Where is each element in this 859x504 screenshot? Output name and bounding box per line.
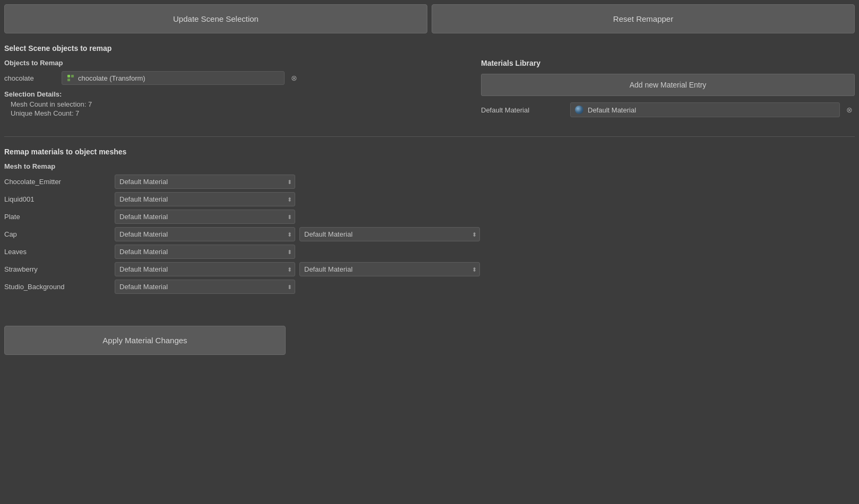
add-material-button[interactable]: Add new Material Entry <box>481 74 855 96</box>
material-select-slot2[interactable]: Default Material <box>299 227 480 241</box>
mesh-to-remap-title: Mesh to Remap <box>4 162 855 170</box>
divider <box>4 136 855 137</box>
material-sphere-icon <box>575 106 583 114</box>
unique-mesh-count: Unique Mesh Count: 7 <box>4 109 464 117</box>
mesh-label: Plate <box>4 213 110 221</box>
mesh-label: Liquid001 <box>4 195 110 203</box>
material-select-slot1[interactable]: Default Material <box>115 192 295 206</box>
svg-rect-0 <box>67 75 70 77</box>
mesh-label: Strawberry <box>4 265 110 273</box>
selection-details-title: Selection Details: <box>4 90 464 98</box>
remap-section-title: Remap materials to object meshes <box>4 147 855 156</box>
update-scene-button[interactable]: Update Scene Selection <box>4 4 427 33</box>
material-select-slot1[interactable]: Default Material <box>115 227 295 241</box>
select-wrapper: Default Material <box>115 192 295 206</box>
mesh-row: Studio_BackgroundDefault Material <box>4 280 855 294</box>
right-panel: Materials Library Add new Material Entry… <box>473 59 855 128</box>
objects-to-remap-title: Objects to Remap <box>4 59 464 67</box>
material-select-slot1[interactable]: Default Material <box>115 245 295 259</box>
select-section-title: Select Scene objects to remap <box>4 44 855 53</box>
main-layout: Objects to Remap chocolate chocolate (Tr… <box>4 59 855 128</box>
mesh-label: Chocolate_Emitter <box>4 178 110 186</box>
svg-rect-2 <box>67 79 70 81</box>
library-default-value: Default Material <box>588 106 636 114</box>
library-default-field[interactable]: Default Material <box>570 102 840 117</box>
select-wrapper: Default Material <box>115 280 295 294</box>
select-wrapper: Default Material <box>115 175 295 189</box>
bottom-area: Apply Material Changes <box>4 326 855 355</box>
material-select-slot1[interactable]: Default Material <box>115 280 295 294</box>
reset-remapper-button[interactable]: Reset Remapper <box>432 4 855 33</box>
apply-material-button[interactable]: Apply Material Changes <box>4 326 286 355</box>
mesh-table: Chocolate_EmitterDefault MaterialLiquid0… <box>4 175 855 294</box>
top-button-bar: Update Scene Selection Reset Remapper <box>4 4 855 33</box>
select-wrapper: Default Material <box>115 245 295 259</box>
mesh-row: PlateDefault Material <box>4 210 855 224</box>
select-wrapper: Default Material <box>299 262 480 276</box>
select-wrapper: Default Material <box>299 227 480 241</box>
select-wrapper: Default Material <box>115 262 295 276</box>
clear-object-button[interactable]: ⊗ <box>289 74 299 82</box>
selection-details: Selection Details: Mesh Count in selecti… <box>4 90 464 117</box>
mesh-row: LeavesDefault Material <box>4 245 855 259</box>
object-row: chocolate chocolate (Transform) ⊗ <box>4 71 464 85</box>
transform-icon <box>66 74 75 82</box>
select-wrapper: Default Material <box>115 210 295 224</box>
library-row: Default Material Default Material ⊗ <box>481 102 855 117</box>
library-default-label: Default Material <box>481 106 566 114</box>
mesh-count: Mesh Count in selection: 7 <box>4 100 464 108</box>
material-select-slot1[interactable]: Default Material <box>115 210 295 224</box>
material-select-slot2[interactable]: Default Material <box>299 262 480 276</box>
object-transform-value: chocolate (Transform) <box>78 74 145 82</box>
object-transform-field[interactable]: chocolate (Transform) <box>62 71 285 85</box>
select-wrapper: Default Material <box>115 227 295 241</box>
mesh-label: Cap <box>4 230 110 238</box>
mesh-row: CapDefault MaterialDefault Material <box>4 227 855 241</box>
mesh-row: Chocolate_EmitterDefault Material <box>4 175 855 189</box>
svg-rect-1 <box>71 75 74 77</box>
materials-library-title: Materials Library <box>481 59 855 67</box>
object-name-label: chocolate <box>4 74 57 82</box>
material-select-slot1[interactable]: Default Material <box>115 262 295 276</box>
left-panel: Objects to Remap chocolate chocolate (Tr… <box>4 59 473 128</box>
material-select-slot1[interactable]: Default Material <box>115 175 295 189</box>
mesh-row: StrawberryDefault MaterialDefault Materi… <box>4 262 855 276</box>
mesh-label: Leaves <box>4 248 110 256</box>
mesh-row: Liquid001Default Material <box>4 192 855 206</box>
mesh-label: Studio_Background <box>4 283 110 291</box>
clear-library-button[interactable]: ⊗ <box>844 106 855 114</box>
remap-section: Remap materials to object meshes Mesh to… <box>4 147 855 294</box>
